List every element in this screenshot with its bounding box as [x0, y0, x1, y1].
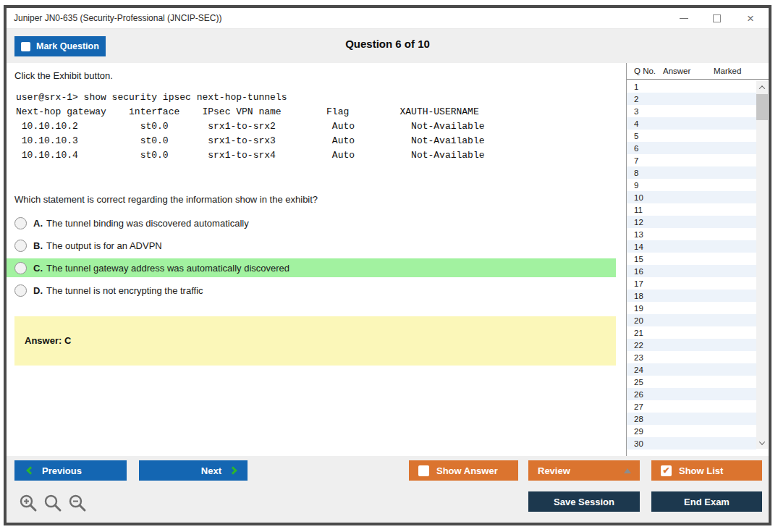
question-list-row[interactable]: 29 [627, 425, 756, 437]
chevron-up-icon [759, 85, 765, 91]
question-list-row[interactable]: 7 [627, 154, 756, 166]
show-answer-label: Show Answer [436, 465, 498, 476]
minimize-button[interactable] [674, 9, 694, 28]
question-list-row[interactable]: 19 [627, 302, 756, 314]
show-list-checkbox[interactable]: ✔ [661, 465, 672, 476]
question-number-cell: 17 [627, 279, 663, 288]
exhibit-output: user@srx-1> show security ipsec next-hop… [16, 90, 485, 163]
question-list-row[interactable]: 1 [627, 80, 756, 93]
screen: Juniper JN0-635 (Security-Professional (… [0, 0, 778, 532]
mark-question-button[interactable]: Mark Question [14, 36, 106, 56]
chevron-down-icon [759, 439, 765, 444]
question-list-row[interactable]: 2 [627, 93, 756, 105]
app-window: Juniper JN0-635 (Security-Professional (… [4, 5, 771, 525]
question-list-row[interactable]: 24 [627, 363, 756, 376]
question-number-cell: 21 [627, 329, 663, 337]
main-area: Click the Exhibit button. user@srx-1> sh… [7, 63, 769, 456]
question-list-row[interactable]: 16 [627, 265, 756, 277]
question-list-row[interactable]: 28 [627, 413, 756, 425]
chevron-right-icon [229, 466, 237, 474]
question-list-row[interactable]: 11 [627, 203, 756, 216]
zoom-reset-icon[interactable] [43, 494, 63, 513]
question-number-cell: 27 [627, 402, 663, 411]
question-list-row[interactable]: 23 [627, 351, 756, 363]
maximize-button[interactable] [706, 9, 727, 28]
question-list-row[interactable]: 4 [627, 117, 756, 130]
question-number-cell: 20 [627, 316, 663, 325]
radio-button[interactable] [14, 217, 27, 229]
question-number-cell: 11 [627, 206, 663, 214]
scrollbar-thumb[interactable] [756, 94, 768, 120]
show-list-button[interactable]: ✔ Show List [651, 460, 762, 481]
option-row[interactable]: C.The tunnel gateway address was automat… [7, 258, 616, 277]
question-list-row[interactable]: 12 [627, 216, 756, 228]
next-button[interactable]: Next [139, 460, 248, 481]
question-number-cell: 10 [627, 193, 663, 202]
zoom-in-icon[interactable] [19, 494, 38, 513]
question-list-row[interactable]: 26 [627, 388, 756, 400]
maximize-icon [713, 14, 721, 22]
show-answer-button[interactable]: Show Answer [409, 460, 518, 481]
review-button[interactable]: Review [528, 460, 640, 481]
question-list-row[interactable]: 10 [627, 191, 756, 203]
close-icon: × [747, 12, 754, 25]
save-session-button[interactable]: Save Session [528, 491, 640, 512]
question-list-row[interactable]: 15 [627, 253, 756, 265]
radio-button[interactable] [14, 240, 27, 252]
option-letter: C. [33, 263, 43, 274]
question-number-cell: 4 [627, 119, 663, 128]
question-list-row[interactable]: 20 [627, 314, 756, 326]
options-list: A.The tunnel binding was discovered auto… [7, 214, 616, 303]
question-number-cell: 2 [627, 95, 663, 104]
scroll-up-button[interactable] [756, 81, 768, 93]
option-row[interactable]: A.The tunnel binding was discovered auto… [7, 214, 616, 232]
option-row[interactable]: D.The tunnel is not encrypting the traff… [7, 281, 616, 300]
question-number-cell: 26 [627, 390, 663, 399]
chevron-left-icon [26, 466, 34, 474]
question-number-cell: 9 [627, 181, 663, 190]
question-list-row[interactable]: 21 [627, 326, 756, 339]
question-list-row[interactable]: 27 [627, 400, 756, 413]
radio-button[interactable] [14, 284, 27, 297]
question-number-cell: 22 [627, 341, 663, 350]
question-list-row[interactable]: 8 [627, 166, 756, 179]
mark-question-checkbox[interactable] [21, 42, 30, 51]
question-list-body: 1234567891011121314151617181920212223242… [627, 80, 756, 449]
close-button[interactable]: × [740, 9, 761, 28]
question-list-row[interactable]: 6 [627, 142, 756, 154]
question-list-row[interactable]: 17 [627, 277, 756, 290]
scroll-down-button[interactable] [756, 436, 768, 449]
zoom-out-icon[interactable] [68, 494, 88, 513]
question-list-row[interactable]: 5 [627, 130, 756, 142]
question-prompt: Which statement is correct regarding the… [14, 194, 318, 205]
option-row[interactable]: B.The output is for an ADVPN [7, 236, 616, 255]
question-list-row[interactable]: 3 [627, 105, 756, 117]
question-list-row[interactable]: 30 [627, 437, 756, 449]
question-number-cell: 13 [627, 230, 663, 239]
question-list-row[interactable]: 9 [627, 179, 756, 191]
question-number-cell: 14 [627, 242, 663, 251]
question-list-scrollbar[interactable] [756, 81, 768, 449]
question-list-row[interactable]: 22 [627, 339, 756, 351]
option-text: The tunnel gateway address was automatic… [46, 263, 289, 274]
exhibit-instruction: Click the Exhibit button. [14, 70, 113, 81]
question-number-cell: 3 [627, 107, 663, 116]
end-exam-label: End Exam [684, 497, 730, 507]
question-number-cell: 29 [627, 427, 663, 436]
end-exam-button[interactable]: End Exam [651, 491, 762, 512]
question-list-row[interactable]: 13 [627, 228, 756, 240]
option-text: The output is for an ADVPN [46, 240, 162, 251]
question-list-row[interactable]: 25 [627, 376, 756, 388]
radio-button[interactable] [14, 262, 27, 274]
option-text: The tunnel binding was discovered automa… [46, 218, 249, 229]
question-list-sidebar: Q No. Answer Marked 12345678910111213141… [626, 63, 769, 456]
show-answer-checkbox[interactable] [418, 465, 429, 476]
question-number-cell: 6 [627, 144, 663, 153]
previous-button[interactable]: Previous [14, 460, 127, 481]
column-marked: Marked [714, 67, 757, 75]
question-list-row[interactable]: 14 [627, 240, 756, 253]
question-list-row[interactable]: 18 [627, 290, 756, 302]
column-q-no: Q No. [627, 67, 663, 75]
question-counter: Question 6 of 10 [7, 38, 769, 50]
answer-box: Answer: C [14, 316, 616, 366]
